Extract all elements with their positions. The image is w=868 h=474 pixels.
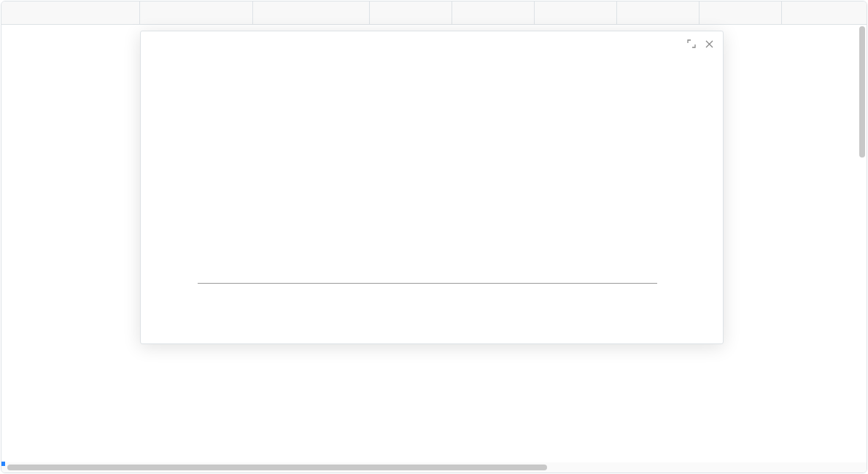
col-header-language[interactable]: [140, 1, 253, 24]
col-header-may[interactable]: [700, 1, 782, 24]
chart-y-axis: [163, 58, 195, 284]
col-header-apr[interactable]: [617, 1, 700, 24]
chart-x-axis: [198, 285, 657, 343]
col-header-jun[interactable]: [782, 1, 864, 24]
col-header-jan[interactable]: [370, 1, 452, 24]
expand-icon[interactable]: [686, 39, 697, 49]
vertical-scrollbar-thumb[interactable]: [859, 26, 865, 158]
col-header-name[interactable]: [1, 1, 140, 24]
chart-area: [163, 58, 659, 284]
horizontal-scrollbar-track[interactable]: [1, 462, 867, 473]
close-icon[interactable]: [704, 39, 714, 49]
col-header-feb[interactable]: [452, 1, 535, 24]
col-header-mar[interactable]: [535, 1, 617, 24]
chart-popup: [140, 31, 724, 344]
chart-plot: [198, 58, 657, 284]
header-row: [1, 1, 867, 25]
horizontal-scrollbar-thumb[interactable]: [7, 465, 547, 470]
col-header-country[interactable]: [253, 1, 370, 24]
data-grid: [1, 1, 867, 473]
